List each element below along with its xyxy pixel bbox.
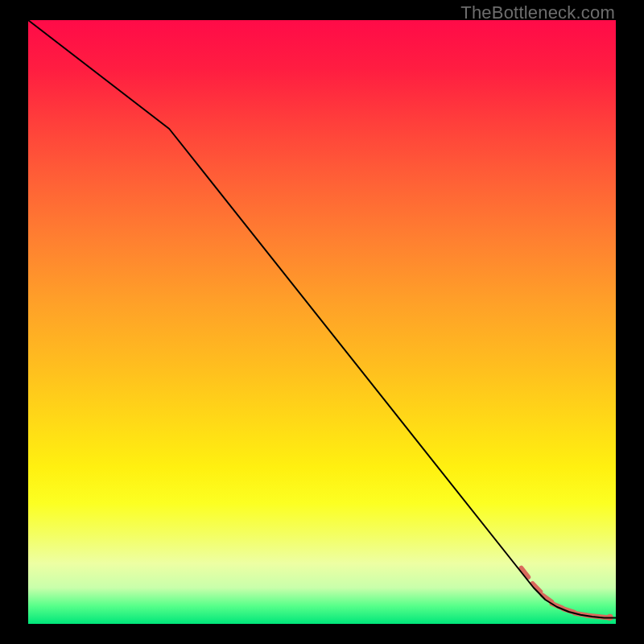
chart-frame: TheBottleneck.com — [0, 0, 644, 644]
watermark-text: TheBottleneck.com — [460, 2, 615, 23]
chart-overlay — [28, 20, 616, 624]
marker-series — [522, 568, 613, 621]
curve-line — [28, 20, 616, 618]
